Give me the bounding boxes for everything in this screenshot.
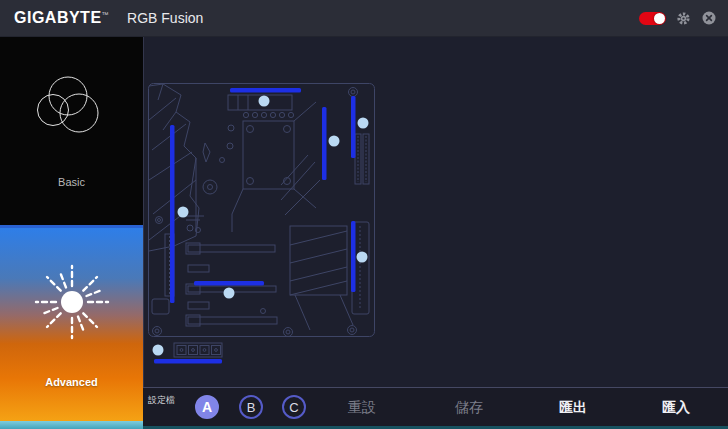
import-button[interactable]: 匯入 bbox=[662, 399, 690, 417]
led-power-toggle[interactable] bbox=[639, 12, 666, 25]
toggle-knob bbox=[654, 13, 665, 24]
gigabyte-logo: GIGABYTE™ bbox=[14, 9, 109, 27]
led-strip[interactable] bbox=[194, 281, 264, 286]
led-strip[interactable] bbox=[230, 88, 301, 93]
led-zone-dot[interactable] bbox=[153, 345, 164, 356]
export-button[interactable]: 匯出 bbox=[559, 399, 587, 417]
profile-toolbar: 設定檔 A B C 重設 儲存 匯出 匯入 bbox=[143, 387, 728, 427]
reset-button[interactable]: 重設 bbox=[348, 399, 376, 417]
profile-slot-b[interactable]: B bbox=[239, 395, 263, 419]
led-zone-dot[interactable] bbox=[259, 96, 270, 107]
app-title: RGB Fusion bbox=[127, 10, 203, 26]
titlebar-controls bbox=[639, 11, 716, 26]
led-strip[interactable] bbox=[322, 107, 327, 180]
titlebar: GIGABYTE™ RGB Fusion bbox=[0, 0, 728, 37]
profile-slot-a[interactable]: A bbox=[195, 395, 219, 419]
sun-rays-icon bbox=[0, 228, 143, 358]
rgb-fusion-window: GIGABYTE™ RGB Fusion bbox=[0, 0, 728, 429]
sidebar-item-basic[interactable]: Basic bbox=[0, 36, 143, 225]
brand-text: GIGABYTE bbox=[14, 9, 102, 26]
led-strip[interactable] bbox=[154, 359, 222, 364]
led-zone-dot[interactable] bbox=[358, 118, 369, 129]
save-button[interactable]: 儲存 bbox=[455, 399, 483, 417]
led-strip[interactable] bbox=[351, 96, 356, 158]
sidebar-selection-strip bbox=[0, 421, 143, 429]
gear-icon[interactable] bbox=[676, 11, 691, 26]
profile-slot-c[interactable]: C bbox=[282, 395, 306, 419]
mode-sidebar: Basic bbox=[0, 36, 143, 421]
led-zone-dot[interactable] bbox=[224, 288, 235, 299]
trademark-mark: ™ bbox=[102, 11, 110, 18]
close-icon[interactable] bbox=[701, 11, 716, 26]
led-zone-dot[interactable] bbox=[329, 136, 340, 147]
sidebar-item-label: Basic bbox=[0, 176, 143, 188]
motherboard-diagram bbox=[143, 36, 728, 387]
rgb-circles-icon bbox=[0, 36, 143, 166]
sidebar-item-label: Advanced bbox=[0, 376, 143, 388]
led-strip[interactable] bbox=[170, 125, 175, 303]
profiles-label: 設定檔 bbox=[148, 394, 175, 407]
led-strip[interactable] bbox=[351, 221, 356, 292]
led-zone-dot[interactable] bbox=[357, 252, 368, 263]
sidebar-item-advanced[interactable]: Advanced bbox=[0, 228, 143, 421]
led-zone-dot[interactable] bbox=[178, 207, 189, 218]
